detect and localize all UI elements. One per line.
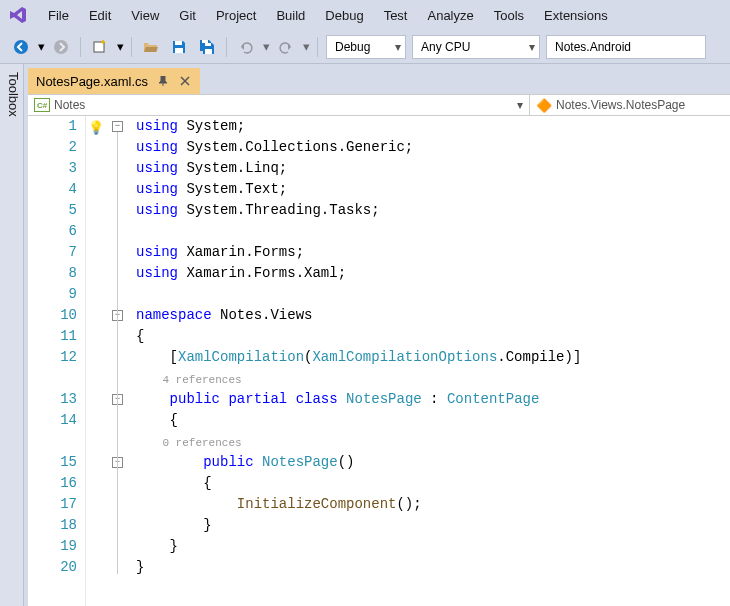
separator	[131, 37, 132, 57]
menu-item-test[interactable]: Test	[374, 4, 418, 27]
file-tab-active[interactable]: NotesPage.xaml.cs	[28, 68, 200, 94]
vs-logo-icon	[6, 3, 30, 27]
fold-toggle[interactable]: −	[112, 121, 123, 132]
file-tab-label: NotesPage.xaml.cs	[36, 74, 148, 89]
code-editor[interactable]: 1234567891011121314151617181920 💡 −−−− u…	[28, 116, 730, 606]
nav-bar: C# Notes ▾ 🔶 Notes.Views.NotesPage	[28, 94, 730, 116]
svg-rect-3	[175, 41, 182, 45]
class-icon: 🔶	[536, 98, 552, 113]
line-gutter: 1234567891011121314151617181920	[28, 116, 86, 606]
open-button[interactable]	[138, 34, 164, 60]
menu-item-file[interactable]: File	[38, 4, 79, 27]
svg-rect-7	[205, 49, 212, 54]
toolbox-label: Toolbox	[6, 72, 21, 117]
chevron-down-icon: ▾	[521, 40, 535, 54]
menu-item-edit[interactable]: Edit	[79, 4, 121, 27]
svg-point-0	[14, 40, 28, 54]
close-icon[interactable]	[178, 74, 192, 88]
platform-combo[interactable]: Any CPU ▾	[412, 35, 540, 59]
new-item-dropdown[interactable]: ▾	[115, 34, 125, 60]
undo-dropdown[interactable]: ▾	[261, 34, 271, 60]
file-tabs: NotesPage.xaml.cs	[28, 68, 730, 94]
svg-rect-5	[202, 40, 208, 43]
svg-point-1	[54, 40, 68, 54]
nav-back-button[interactable]	[8, 34, 34, 60]
editor-area: NotesPage.xaml.cs C# Notes ▾ 🔶 Notes.Vie…	[28, 68, 730, 606]
toolbox-tab[interactable]: Toolbox	[0, 64, 24, 606]
lightbulb-icon[interactable]: 💡	[88, 118, 104, 139]
menu-item-build[interactable]: Build	[266, 4, 315, 27]
menu-item-project[interactable]: Project	[206, 4, 266, 27]
platform-value: Any CPU	[421, 40, 470, 54]
separator	[317, 37, 318, 57]
toolbar: ▾ ▾ ▾ ▾ Debug ▾ Any CPU ▾ Notes.Android	[0, 30, 730, 64]
nav-scope-value: Notes	[54, 98, 85, 112]
undo-button[interactable]	[233, 34, 259, 60]
save-all-button[interactable]	[194, 34, 220, 60]
nav-back-dropdown[interactable]: ▾	[36, 34, 46, 60]
nav-member-value: Notes.Views.NotesPage	[556, 98, 685, 112]
startup-value: Notes.Android	[555, 40, 631, 54]
redo-button[interactable]	[273, 34, 299, 60]
menu-item-extensions[interactable]: Extensions	[534, 4, 618, 27]
svg-rect-6	[205, 43, 211, 46]
nav-member-combo[interactable]: 🔶 Notes.Views.NotesPage	[530, 95, 730, 115]
menu-item-view[interactable]: View	[121, 4, 169, 27]
redo-dropdown[interactable]: ▾	[301, 34, 311, 60]
body: Toolbox NotesPage.xaml.cs C# Notes ▾ 🔶	[0, 64, 730, 606]
fold-margin: 💡 −−−−	[86, 116, 136, 606]
startup-combo[interactable]: Notes.Android	[546, 35, 706, 59]
separator	[226, 37, 227, 57]
menu-bar: FileEditViewGitProjectBuildDebugTestAnal…	[0, 0, 730, 30]
new-item-button[interactable]	[87, 34, 113, 60]
menu-item-tools[interactable]: Tools	[484, 4, 534, 27]
chevron-down-icon: ▾	[387, 40, 401, 54]
code-content[interactable]: using System;using System.Collections.Ge…	[136, 116, 730, 606]
pin-icon[interactable]	[156, 74, 170, 88]
svg-rect-4	[175, 48, 183, 53]
csharp-icon: C#	[34, 98, 50, 112]
config-value: Debug	[335, 40, 370, 54]
menu-item-git[interactable]: Git	[169, 4, 206, 27]
menu-item-debug[interactable]: Debug	[315, 4, 373, 27]
separator	[80, 37, 81, 57]
nav-forward-button[interactable]	[48, 34, 74, 60]
config-combo[interactable]: Debug ▾	[326, 35, 406, 59]
chevron-down-icon: ▾	[517, 98, 523, 112]
nav-scope-combo[interactable]: C# Notes ▾	[28, 95, 530, 115]
save-button[interactable]	[166, 34, 192, 60]
menu-item-analyze[interactable]: Analyze	[417, 4, 483, 27]
